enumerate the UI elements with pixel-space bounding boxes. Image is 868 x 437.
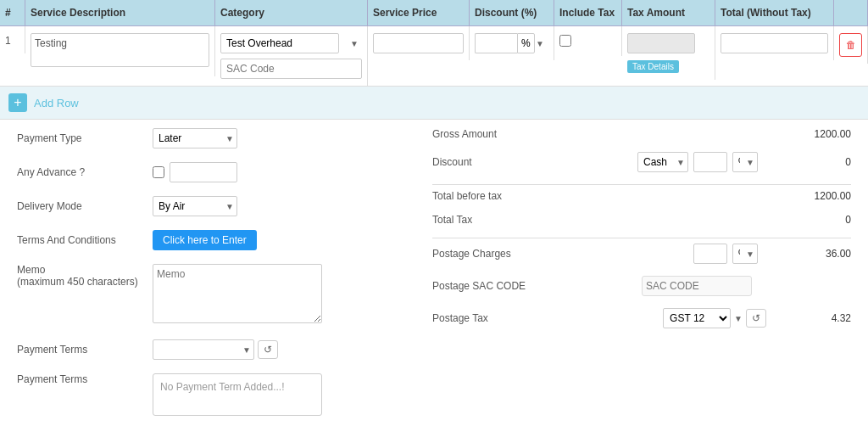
- advance-value[interactable]: 0: [153, 162, 398, 182]
- tax-details-button[interactable]: Tax Details: [627, 60, 679, 73]
- delivery-mode-label: Delivery Mode: [17, 200, 153, 212]
- advance-row: Any Advance ? 0: [17, 162, 398, 182]
- payment-type-select[interactable]: Later Immediate Custom: [153, 128, 237, 148]
- payment-type-label: Payment Type: [17, 132, 153, 144]
- postage-charges-pct-select[interactable]: %: [732, 244, 758, 264]
- row-category: Test Overhead ▼: [215, 26, 368, 86]
- col-include-tax: Include Tax: [554, 0, 622, 25]
- sac-code-input[interactable]: [220, 59, 362, 79]
- memo-input[interactable]: [153, 264, 322, 323]
- row-tax-amount: 0 Tax Details: [622, 26, 715, 80]
- discount-label: Discount: [432, 156, 637, 168]
- postage-tax-refresh-button[interactable]: ↺: [746, 309, 766, 328]
- total-before-tax-row: Total before tax 1200.00: [432, 190, 851, 202]
- discount-pct-select[interactable]: %: [517, 33, 535, 53]
- total-before-tax-value: 1200.00: [766, 190, 851, 202]
- row-num: 1: [0, 26, 25, 53]
- payment-terms-text-label: Payment Terms: [17, 373, 153, 385]
- col-discount: Discount (%): [470, 0, 554, 25]
- gross-amount-row: Gross Amount 1200.00: [432, 128, 851, 140]
- postage-sac-row: Postage SAC CODE: [432, 276, 851, 296]
- discount-value-input[interactable]: 0: [693, 152, 727, 172]
- postage-tax-result: 4.32: [766, 312, 851, 324]
- total-tax-value: 0: [766, 214, 851, 226]
- row-action[interactable]: 🗑: [834, 26, 868, 64]
- terms-row: Terms And Conditions Click here to Enter: [17, 230, 398, 250]
- delivery-mode-value[interactable]: By Air By Sea By Road ▼: [153, 196, 398, 216]
- terms-label: Terms And Conditions: [17, 234, 153, 246]
- form-section: Payment Type Later Immediate Custom ▼ An…: [0, 120, 868, 437]
- add-row-label[interactable]: Add Row: [34, 97, 79, 109]
- payment-terms-refresh-button[interactable]: ↺: [258, 340, 278, 359]
- discount-pct-arrow: ▼: [536, 39, 544, 48]
- payment-terms-text-row: Payment Terms No Payment Term Added...!: [17, 373, 398, 416]
- col-tax-amount: Tax Amount: [622, 0, 715, 25]
- postage-tax-label: Postage Tax: [432, 312, 663, 324]
- delivery-mode-select[interactable]: By Air By Sea By Road: [153, 196, 237, 216]
- add-row-button[interactable]: +: [8, 93, 27, 112]
- category-dropdown-icon: ▼: [350, 39, 359, 48]
- advance-input[interactable]: 0: [170, 162, 237, 182]
- gross-amount-value: 1200.00: [766, 128, 851, 140]
- postage-sac-label: Postage SAC CODE: [432, 280, 642, 292]
- postage-charges-controls[interactable]: 3 % ▼: [693, 244, 758, 264]
- form-left: Payment Type Later Immediate Custom ▼ An…: [17, 128, 398, 429]
- postage-charges-result: 36.00: [766, 248, 851, 260]
- terms-value[interactable]: Click here to Enter: [153, 230, 398, 250]
- tax-amount-input[interactable]: 0: [627, 33, 695, 53]
- postage-charges-input[interactable]: 3: [693, 244, 727, 264]
- advance-label: Any Advance ?: [17, 166, 153, 178]
- payment-terms-select-label: Payment Terms: [17, 344, 153, 356]
- discount-controls[interactable]: Cash ▼ 0 % ▼: [637, 152, 758, 172]
- form-right: Gross Amount 1200.00 Discount Cash ▼ 0: [432, 128, 851, 429]
- postage-charges-label: Postage Charges: [432, 248, 693, 260]
- discount-type-select[interactable]: Cash: [637, 152, 688, 172]
- terms-button[interactable]: Click here to Enter: [153, 230, 257, 250]
- payment-type-value[interactable]: Later Immediate Custom ▼: [153, 128, 398, 148]
- discount-result: 0: [766, 156, 851, 168]
- col-total: Total (Without Tax): [715, 0, 834, 25]
- row-include-tax[interactable]: [554, 26, 622, 56]
- memo-label: Memo (maximum 450 characters): [17, 264, 153, 288]
- col-category: Category: [215, 0, 368, 25]
- col-desc: Service Description: [25, 0, 215, 25]
- total-tax-label: Total Tax: [432, 214, 766, 226]
- payment-type-row: Payment Type Later Immediate Custom ▼: [17, 128, 398, 148]
- discount-pct-type-select[interactable]: %: [732, 152, 758, 172]
- price-input[interactable]: 1200.00: [373, 33, 464, 53]
- postage-tax-row: Postage Tax GST 12 ▼ ↺ 4.32: [432, 308, 851, 328]
- col-num: #: [0, 0, 25, 25]
- payment-terms-box: No Payment Term Added...!: [153, 373, 398, 416]
- trash-icon: 🗑: [846, 39, 856, 51]
- postage-gst-arrow: ▼: [734, 314, 743, 323]
- col-action: [834, 0, 868, 25]
- memo-row: Memo (maximum 450 characters): [17, 264, 398, 326]
- add-row-bar: + Add Row: [0, 87, 868, 120]
- total-before-tax-label: Total before tax: [432, 190, 766, 202]
- discount-input[interactable]: 0: [475, 33, 517, 53]
- payment-terms-select-value[interactable]: ▼ ↺: [153, 339, 398, 360]
- row-discount[interactable]: 0 % ▼: [470, 26, 554, 60]
- row-price[interactable]: 1200.00: [368, 26, 470, 60]
- delete-row-button[interactable]: 🗑: [839, 33, 862, 57]
- row-description[interactable]: Testing: [25, 26, 215, 76]
- table-row: 1 Testing Test Overhead ▼ 1200.00 0 % ▼: [0, 26, 868, 87]
- memo-value[interactable]: [153, 264, 398, 326]
- delivery-mode-row: Delivery Mode By Air By Sea By Road ▼: [17, 196, 398, 216]
- table-header: # Service Description Category Service P…: [0, 0, 868, 26]
- total-input[interactable]: 1200.00: [721, 33, 828, 53]
- gross-amount-label: Gross Amount: [432, 128, 766, 140]
- postage-sac-input[interactable]: [642, 276, 752, 296]
- row-total[interactable]: 1200.00: [715, 26, 834, 60]
- payment-terms-select[interactable]: [153, 339, 254, 360]
- total-tax-row: Total Tax 0: [432, 214, 851, 226]
- discount-row: Discount Cash ▼ 0 % ▼: [432, 152, 851, 172]
- payment-terms-select-row: Payment Terms ▼ ↺: [17, 339, 398, 360]
- include-tax-checkbox[interactable]: [559, 35, 571, 47]
- postage-gst-select[interactable]: GST 12: [663, 308, 731, 328]
- advance-checkbox[interactable]: [153, 166, 164, 178]
- description-input[interactable]: Testing: [31, 33, 209, 67]
- col-price: Service Price: [368, 0, 470, 25]
- category-select[interactable]: Test Overhead: [220, 33, 339, 53]
- postage-tax-controls[interactable]: GST 12 ▼ ↺: [663, 308, 766, 328]
